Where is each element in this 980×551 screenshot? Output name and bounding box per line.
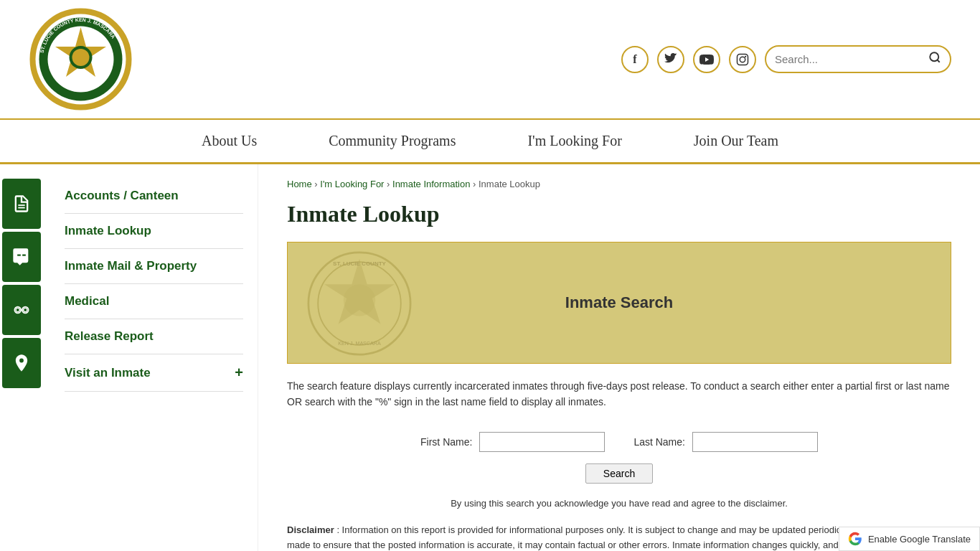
header-search-box[interactable] [765,45,951,73]
last-name-field: Last Name: [633,432,818,452]
svg-line-12 [937,60,939,62]
disclaimer-title: Disclaimer [287,524,334,535]
svg-rect-13 [18,204,24,206]
header-right: f [230,45,951,73]
sidebar-icon-document[interactable] [2,179,41,229]
header: ST. LUCIE COUNTY KEN J. MASCARA f [0,0,980,120]
last-name-label: Last Name: [633,436,685,448]
search-form: First Name: Last Name: Search [287,432,951,484]
sidebar-icons [0,164,43,551]
header-search-button[interactable] [928,51,941,67]
search-description: The search feature displays currently in… [287,378,951,410]
sidebar-link-visit-inmate[interactable]: Visit an Inmate + [65,354,243,392]
sidebar-link-inmate-lookup[interactable]: Inmate Lookup [65,214,243,249]
svg-rect-8 [738,54,748,65]
twitter-icon[interactable] [657,46,684,73]
banner-title: Inmate Search [565,293,673,312]
google-translate-bar[interactable]: Enable Google Translate [839,527,980,551]
banner-watermark: ST. LUCIE COUNTY KEN J. MASCARA [288,242,431,364]
sidebar-link-inmate-mail[interactable]: Inmate Mail & Property [65,249,243,284]
sidebar-link-release-report[interactable]: Release Report [65,319,243,354]
nav-join-our-team[interactable]: Join Our Team [694,133,778,149]
svg-point-18 [16,308,19,311]
svg-text:ST. LUCIE COUNTY: ST. LUCIE COUNTY [333,260,386,267]
svg-text:KEN J. MASCARA: KEN J. MASCARA [338,341,381,347]
form-row: First Name: Last Name: [420,432,818,452]
nav-about-us[interactable]: About Us [202,133,257,149]
sidebar-icon-chat[interactable] [2,232,41,282]
facebook-icon[interactable]: f [621,46,649,73]
header-search-input[interactable] [775,53,923,65]
google-icon [848,532,862,546]
acknowledgement-text: By using this search you acknowledge you… [287,498,951,509]
sheriff-logo: ST. LUCIE COUNTY KEN J. MASCARA [29,7,133,111]
page-title: Inmate Lookup [287,201,951,227]
inmate-search-banner: ST. LUCIE COUNTY KEN J. MASCARA Inmate S… [287,242,951,364]
main-content: Accounts / Canteen Inmate Lookup Inmate … [0,164,980,551]
logo-area: ST. LUCIE COUNTY KEN J. MASCARA [29,7,230,111]
svg-rect-14 [18,207,24,209]
content-area: Home › I'm Looking For › Inmate Informat… [258,164,980,551]
visit-inmate-expand-icon[interactable]: + [235,364,243,381]
svg-point-9 [740,57,745,62]
first-name-input[interactable] [479,432,605,452]
sidebar-icon-location[interactable] [2,338,41,388]
breadcrumb-im-looking-for[interactable]: I'm Looking For [320,179,384,189]
nav-community-programs[interactable]: Community Programs [329,133,456,149]
main-nav: About Us Community Programs I'm Looking … [0,120,980,164]
svg-point-19 [24,308,27,311]
first-name-field: First Name: [420,432,605,452]
first-name-label: First Name: [420,436,472,448]
sidebar-link-medical[interactable]: Medical [65,284,243,319]
sidebar-link-visit-inmate-label: Visit an Inmate [65,366,151,380]
sidebar-nav: Accounts / Canteen Inmate Lookup Inmate … [43,164,258,551]
instagram-icon[interactable] [729,46,756,73]
svg-point-11 [930,52,938,61]
social-search-row: f [621,45,951,73]
last-name-input[interactable] [692,432,818,452]
google-translate-label: Enable Google Translate [868,534,971,545]
youtube-icon[interactable] [693,46,720,73]
svg-point-6 [72,49,90,66]
svg-point-23 [344,284,375,316]
svg-point-10 [745,55,746,57]
breadcrumb-current: Inmate Lookup [479,179,540,189]
breadcrumb-inmate-information[interactable]: Inmate Information [392,179,470,189]
nav-im-looking-for[interactable]: I'm Looking For [527,133,621,149]
breadcrumb-home[interactable]: Home [287,179,312,189]
breadcrumb: Home › I'm Looking For › Inmate Informat… [287,179,951,189]
sidebar-icon-handcuffs[interactable] [2,285,41,335]
sidebar-link-accounts-canteen[interactable]: Accounts / Canteen [65,179,243,214]
inmate-search-button[interactable]: Search [585,463,653,484]
